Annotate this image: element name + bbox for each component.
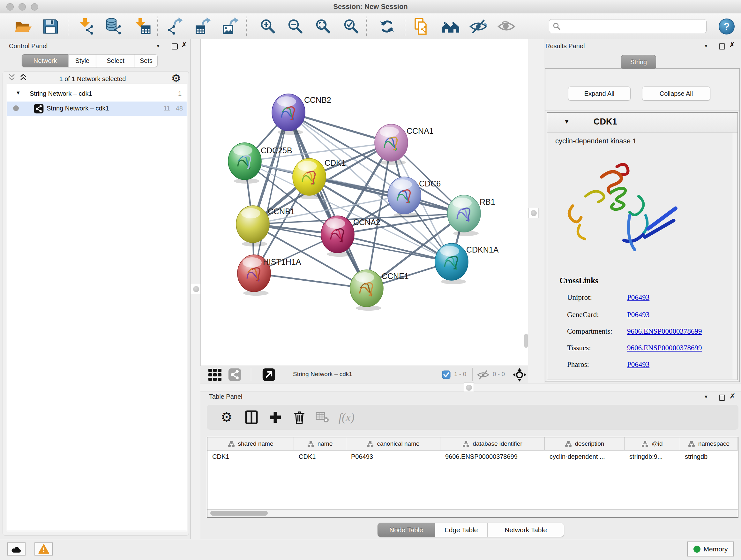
table-panel-float-icon[interactable]: [719, 395, 725, 401]
control-panel-close-icon[interactable]: ✗: [181, 42, 187, 48]
delete-column-icon[interactable]: [290, 405, 308, 430]
column-header-description[interactable]: description: [545, 437, 624, 450]
collection-expand-icon[interactable]: ▼: [16, 90, 21, 96]
tab-select[interactable]: Select: [96, 54, 135, 67]
export-image-button[interactable]: [221, 17, 241, 36]
table-cell[interactable]: stringdb: [680, 450, 738, 464]
expand-all-networks-icon[interactable]: [19, 73, 27, 82]
network-canvas[interactable]: CCNB2 CCNA1 CDC25B CDK1 CDC6 RB1 CCNB1: [200, 39, 528, 366]
open-session-button[interactable]: [13, 17, 32, 36]
network-options-gear-icon[interactable]: ⚙: [172, 73, 181, 84]
refresh-view-button[interactable]: [378, 17, 397, 36]
table-panel-close-icon[interactable]: ✗: [730, 393, 735, 399]
add-column-icon[interactable]: [266, 405, 284, 430]
results-panel-close-icon[interactable]: ✗: [729, 42, 735, 48]
right-splitter[interactable]: [528, 39, 545, 383]
column-header-name[interactable]: name: [294, 437, 346, 450]
node-CDC25B[interactable]: [228, 143, 261, 184]
show-columns-icon[interactable]: [243, 405, 260, 430]
crosslink-value-link[interactable]: 9606.ENSP00000378699: [627, 327, 702, 335]
tab-sets[interactable]: Sets: [135, 54, 158, 67]
table-cell[interactable]: cyclin-dependent ...: [545, 450, 624, 464]
table-cell[interactable]: stringdb:9...: [624, 450, 680, 464]
collapse-all-networks-icon[interactable]: [8, 73, 16, 82]
results-panel-float-icon[interactable]: [719, 44, 725, 50]
import-network-database-button[interactable]: [104, 17, 123, 36]
node-CCNA1[interactable]: [375, 124, 408, 165]
horizontal-splitter[interactable]: [200, 383, 741, 391]
zoom-in-button[interactable]: [259, 17, 278, 36]
column-header--id[interactable]: @id: [624, 437, 680, 450]
tab-network[interactable]: Network: [22, 54, 69, 67]
node-CDKN1A[interactable]: [435, 243, 468, 284]
table-options-gear-icon[interactable]: ⚙: [218, 405, 235, 430]
table-hscrollbar-thumb[interactable]: [210, 511, 268, 516]
search-box[interactable]: [549, 19, 706, 33]
warnings-button[interactable]: [35, 543, 53, 556]
tab-string[interactable]: String: [621, 55, 656, 69]
birdseye-navigator-icon[interactable]: [513, 368, 527, 382]
column-header-shared-name[interactable]: shared name: [207, 437, 294, 450]
network-row-selected[interactable]: String Network – cdk1 11 48: [7, 102, 187, 116]
left-splitter[interactable]: [190, 39, 201, 539]
expand-all-button[interactable]: Expand All: [568, 86, 630, 101]
node-CCNE1[interactable]: [350, 270, 383, 311]
import-table-file-button[interactable]: [133, 17, 152, 36]
tab-node-table[interactable]: Node Table: [378, 523, 435, 537]
table-hscrollbar[interactable]: [207, 509, 738, 517]
birdseye-share-icon[interactable]: [228, 368, 241, 381]
tab-style[interactable]: Style: [68, 54, 96, 67]
tab-edge-table[interactable]: Edge Table: [435, 523, 487, 537]
help-button[interactable]: ?: [719, 18, 735, 35]
column-header-database-identifier[interactable]: database identifier: [441, 437, 545, 450]
open-in-window-icon[interactable]: [262, 368, 275, 381]
import-network-file-button[interactable]: [77, 17, 96, 36]
collapse-all-button[interactable]: Collapse All: [642, 86, 711, 101]
grid-view-icon[interactable]: [208, 368, 222, 381]
node-CCNB2[interactable]: [272, 94, 305, 135]
tab-network-table[interactable]: Network Table: [487, 523, 564, 537]
column-header-namespace[interactable]: namespace: [680, 437, 738, 450]
crosslink-value-link[interactable]: P06493: [627, 361, 650, 369]
results-panel-collapse-icon[interactable]: ▼: [704, 43, 709, 49]
control-panel-float-icon[interactable]: [172, 44, 178, 50]
gene-collapse-icon[interactable]: ▼: [564, 118, 569, 125]
memory-button[interactable]: Memory: [687, 542, 734, 557]
zoom-out-button[interactable]: [286, 17, 305, 36]
table-cell[interactable]: P06493: [346, 450, 441, 464]
export-table-button[interactable]: [194, 17, 213, 36]
save-session-button[interactable]: [41, 17, 60, 36]
control-panel-collapse-icon[interactable]: ▼: [156, 43, 160, 49]
crosslink-value-link[interactable]: 9606.ENSP00000378699: [627, 344, 702, 352]
hide-selected-button[interactable]: [469, 17, 488, 36]
clone-network-button[interactable]: [412, 17, 431, 36]
search-input[interactable]: [561, 22, 696, 30]
table-panel-collapse-icon[interactable]: ▼: [704, 394, 709, 399]
column-header-canonical-name[interactable]: canonical name: [346, 437, 441, 450]
table-cell[interactable]: 9606.ENSP00000378699: [441, 450, 545, 464]
crosslink-value-link[interactable]: P06493: [627, 294, 650, 302]
table-row[interactable]: CDK1CDK1P064939606.ENSP00000378699cyclin…: [207, 450, 738, 464]
zoom-fit-button[interactable]: [314, 17, 333, 36]
show-hidden-button[interactable]: [497, 17, 516, 36]
crosslink-value-link[interactable]: P06493: [627, 311, 650, 319]
canvas-scrollbar-thumb[interactable]: [524, 334, 528, 348]
table-cell[interactable]: CDK1: [207, 450, 294, 464]
cloud-status-button[interactable]: [7, 543, 25, 556]
right-splitter-grip[interactable]: [529, 208, 539, 218]
zoom-selected-button[interactable]: [342, 17, 361, 36]
selected-checkbox-icon[interactable]: [442, 370, 451, 379]
export-network-button[interactable]: [165, 17, 185, 36]
node-RB1[interactable]: [448, 195, 481, 236]
gene-card-header[interactable]: ▼ CDK1: [547, 113, 738, 132]
node-CCNB1[interactable]: [236, 206, 269, 246]
toolbar-separator: [366, 17, 367, 36]
results-scrollbar[interactable]: [732, 132, 737, 379]
network-graph[interactable]: CCNB2 CCNA1 CDC25B CDK1 CDC6 RB1 CCNB1: [201, 39, 529, 366]
edge-CCNB2-HIST1H1A[interactable]: [254, 112, 288, 273]
edge-HIST1H1A-CCNE1[interactable]: [254, 273, 367, 288]
string-home-button[interactable]: [441, 17, 460, 36]
left-splitter-grip[interactable]: [191, 284, 201, 294]
network-collection-row[interactable]: ▼ String Network – cdk1 1: [7, 86, 187, 102]
table-cell[interactable]: CDK1: [294, 450, 346, 464]
